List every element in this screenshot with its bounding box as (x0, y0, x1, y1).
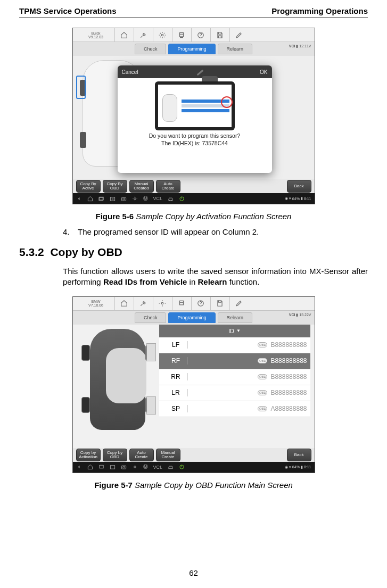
m-nav-icon[interactable]: Ⓜ (143, 195, 148, 202)
car-nav-icon[interactable] (168, 464, 174, 470)
home-icon[interactable] (114, 28, 134, 42)
copy-by-active-button[interactable]: Copy By Active (76, 180, 101, 193)
help-icon[interactable] (191, 297, 210, 311)
screenshot-nav-icon[interactable] (110, 464, 116, 470)
settings-icon[interactable] (153, 28, 172, 42)
wheel-lr[interactable] (81, 397, 90, 413)
save-icon[interactable] (210, 28, 229, 42)
brand-title: Buick (78, 31, 114, 35)
back-button[interactable]: Back (287, 449, 311, 461)
svg-point-0 (161, 34, 163, 36)
svg-rect-1 (180, 34, 184, 37)
figure-5-6-screenshot: Buick V9.12.03 Allure(US) 2011/01-2011/1… (73, 28, 315, 204)
brightness-nav-icon[interactable] (132, 196, 138, 202)
header-divider (19, 18, 368, 18)
svg-point-10 (169, 200, 170, 201)
wheel-lr[interactable] (80, 132, 86, 148)
tools-icon[interactable] (134, 28, 153, 42)
selected-wheel-highlight (76, 76, 86, 99)
battery-icon: ▮ (301, 465, 303, 469)
home-nav-icon[interactable] (87, 196, 93, 202)
camera-nav-icon[interactable] (121, 196, 127, 202)
screenshot-nav-icon[interactable] (110, 196, 116, 202)
system-navbar: Ⓜ VCI. ◉ ▾ 64% ▮ 8:11 (73, 193, 315, 204)
svg-point-8 (122, 198, 125, 200)
vci-nav-label[interactable]: VCI. (153, 196, 163, 201)
obd-pill-icon: OBD (258, 406, 267, 411)
copy-by-obd-button[interactable]: Copy By OBD (103, 180, 127, 193)
tab-check[interactable]: Check (135, 312, 167, 323)
print-icon[interactable] (172, 297, 191, 311)
manual-created-button[interactable]: Manual Created (129, 180, 154, 193)
sensor-row-sp[interactable]: SPOBDA888888888 (159, 401, 310, 417)
tab-check[interactable]: Check (135, 44, 167, 54)
vci-nav-label[interactable]: VCI. (153, 465, 163, 470)
vci-status: VCI ▮ 15.22V (289, 313, 311, 317)
m-nav-icon[interactable]: Ⓜ (143, 463, 148, 470)
svg-rect-5 (110, 197, 114, 200)
sensor-id-value: B888888888 (270, 389, 310, 396)
figure-5-6-caption: Sample Copy by Activation Function Scree… (134, 212, 291, 221)
camera-nav-icon[interactable] (121, 464, 127, 470)
power-nav-icon[interactable] (179, 196, 185, 202)
settings-icon[interactable] (153, 297, 172, 311)
tab-relearn[interactable]: Relearn (218, 312, 253, 323)
obd-pill-icon: OBD (258, 342, 267, 347)
obd-pill-icon: OBD (258, 390, 267, 395)
auto-create-button[interactable]: Auto Create (156, 180, 180, 193)
sensor-id-value: B888888888 (270, 373, 310, 380)
ok-button[interactable]: OK (260, 69, 267, 75)
back-nav-icon[interactable] (76, 196, 82, 202)
recent-nav-icon[interactable] (98, 464, 104, 470)
tab-relearn[interactable]: Relearn (218, 44, 253, 54)
svg-point-11 (171, 200, 172, 201)
svg-rect-17 (110, 466, 114, 469)
tab-programming[interactable]: Programming (168, 44, 215, 54)
sensor-row-rr[interactable]: RROBDB888888888 (159, 369, 310, 385)
sensor-row-rf[interactable]: RFOBDB888888888 (159, 353, 310, 369)
id-column-header[interactable]: ID▼ (159, 325, 310, 337)
edit-icon[interactable] (229, 297, 249, 311)
wheel-lf[interactable] (81, 345, 90, 361)
status-time: 8:11 (304, 465, 311, 469)
section-title: Copy by OBD (50, 246, 122, 258)
home-icon[interactable] (114, 297, 134, 311)
brightness-nav-icon[interactable] (132, 464, 138, 470)
dropdown-triangle-icon: ▼ (236, 328, 241, 333)
sensor-position-label: RF (159, 357, 188, 365)
battery-percent: 64% (292, 465, 300, 469)
wifi-icon: ▾ (289, 196, 291, 201)
vehicle-outline (81, 329, 154, 430)
save-icon[interactable] (210, 297, 229, 311)
copy-by-obd-button[interactable]: Copy by OBD (103, 449, 127, 461)
mode-tab-row: Check Programming Relearn (73, 42, 315, 56)
vci-status: VCI ▮ 12.11V (289, 44, 311, 48)
sensor-row-lf[interactable]: LFOBDB888888888 (159, 337, 310, 353)
copy-by-activation-button[interactable]: Copy by Activation (76, 449, 101, 461)
back-button[interactable]: Back (287, 180, 311, 193)
recent-nav-icon[interactable] (98, 196, 104, 202)
print-icon[interactable] (172, 28, 191, 42)
manual-create-button[interactable]: Manual Create (156, 449, 180, 461)
tab-programming[interactable]: Programming (168, 312, 215, 323)
home-nav-icon[interactable] (87, 464, 93, 470)
signal-icon: ◉ (285, 196, 288, 201)
edit-icon[interactable] (229, 28, 249, 42)
brand-version: V7.10.06 (78, 303, 114, 307)
help-icon[interactable] (191, 28, 210, 42)
tools-icon[interactable] (134, 297, 153, 311)
back-nav-icon[interactable] (76, 464, 82, 470)
svg-point-19 (122, 466, 125, 468)
wifi-icon: ▾ (289, 465, 291, 469)
app-top-toolbar: Buick V9.12.03 (73, 28, 315, 42)
power-nav-icon[interactable] (179, 464, 185, 470)
figure-5-7-label: Figure 5-7 (94, 481, 133, 490)
app-top-toolbar: BMW V7.10.06 (73, 297, 315, 311)
auto-create-button[interactable]: Auto Create (129, 449, 154, 461)
status-time: 8:11 (304, 197, 311, 201)
cancel-button[interactable]: Cancel (122, 69, 138, 75)
car-nav-icon[interactable] (168, 196, 174, 202)
sensor-overlay-rf (146, 343, 156, 361)
section-number: 5.3.2 (19, 246, 44, 258)
sensor-row-lr[interactable]: LROBDB888888888 (159, 385, 310, 401)
